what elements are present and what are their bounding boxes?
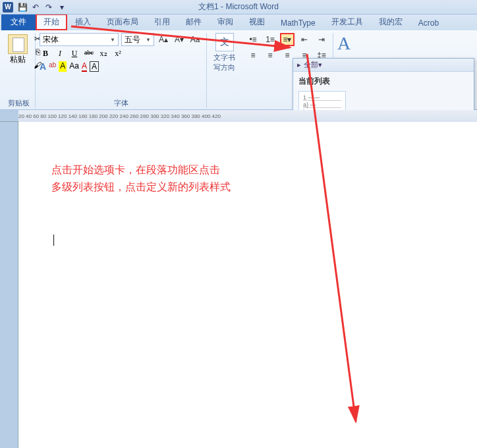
ruler-ticks: 20 40 60 80 100 120 140 160 180 200 220 … [18, 110, 477, 122]
group-textdir: 文 文字书 写方向 [207, 33, 242, 108]
tab-layout[interactable]: 页面布局 [99, 14, 146, 30]
tab-mail[interactable]: 邮件 [178, 14, 210, 30]
text-effect-button[interactable]: A [40, 61, 46, 72]
clipboard-label: 剪贴板 [7, 98, 31, 108]
ribbon-tabs: 文件 开始 插入 页面布局 引用 邮件 审阅 视图 MathType 开发工具 … [0, 14, 477, 30]
document-area: 点击开始选项卡，在段落功能区点击 多级列表按钮，点击定义新的列表样式 │ [0, 122, 477, 448]
quick-access-toolbar: 💾 ↶ ↷ ▾ [17, 2, 67, 13]
app-icon: W [3, 2, 13, 13]
underline-button[interactable]: U [69, 49, 80, 59]
superscript-button[interactable]: x² [112, 49, 124, 59]
clear-format-button[interactable]: Aa [188, 33, 202, 46]
expand-icon: ▸ [297, 61, 301, 69]
italic-button[interactable]: I [54, 49, 66, 59]
grow-font-button[interactable]: A▴ [157, 33, 170, 46]
tab-home[interactable]: 开始 [36, 14, 67, 30]
vertical-ruler[interactable] [0, 122, 18, 448]
bullets-button[interactable]: •≡ [246, 33, 260, 46]
dropdown-header[interactable]: ▸ 全部▾ [293, 59, 474, 72]
chevron-down-icon: ▼ [110, 37, 115, 43]
tab-developer[interactable]: 开发工具 [323, 14, 371, 30]
tab-insert[interactable]: 插入 [67, 14, 99, 30]
title-bar: W 💾 ↶ ↷ ▾ 文档1 - Microsoft Word [0, 0, 477, 14]
paste-label: 粘贴 [10, 54, 26, 65]
font-label: 字体 [40, 98, 202, 108]
tab-review[interactable]: 审阅 [210, 14, 241, 30]
strike-button[interactable]: abc [83, 49, 95, 59]
change-styles-button[interactable]: A [337, 33, 355, 54]
change-case-button[interactable]: Aa [69, 61, 79, 72]
align-left-button[interactable]: ≡ [246, 49, 260, 62]
undo-button[interactable]: ↶ [30, 2, 41, 13]
paste-icon [8, 34, 28, 54]
text-direction-button[interactable]: 文 文字书 写方向 [211, 33, 238, 72]
group-clipboard: 粘贴 ✂ ⎘ 🖌 剪贴板 [3, 33, 36, 108]
qat-more-icon[interactable]: ▾ [57, 2, 67, 13]
tab-references[interactable]: 引用 [146, 14, 178, 30]
section-current-list: 当前列表 [293, 72, 474, 88]
redo-button[interactable]: ↷ [43, 2, 54, 13]
chevron-down-icon: ▼ [146, 37, 151, 43]
text-direction-icon: 文 [215, 33, 234, 51]
group-font: 宋体▼ 五号▼ A▴ A▾ Aa B I U abc x₂ x² A ab A … [36, 33, 207, 108]
horizontal-ruler[interactable]: 20 40 60 80 100 120 140 160 180 200 220 … [0, 110, 477, 122]
font-size-select[interactable]: 五号▼ [121, 33, 154, 46]
increase-indent-button[interactable]: ⇥ [314, 33, 329, 46]
save-button[interactable]: 💾 [17, 2, 28, 13]
phonetic-button[interactable]: ab [49, 61, 56, 72]
window-title: 文档1 - Microsoft Word [198, 1, 279, 13]
annotation-text: 点击开始选项卡，在段落功能区点击 多级列表按钮，点击定义新的列表样式 [51, 161, 444, 195]
multilevel-list-button[interactable]: ≡▾ [280, 33, 295, 46]
subscript-button[interactable]: x₂ [98, 49, 109, 59]
text-cursor: │ [51, 235, 444, 245]
numbering-button[interactable]: 1≡ [263, 33, 277, 46]
char-border-button[interactable]: A [90, 61, 99, 72]
align-center-button[interactable]: ≡ [263, 49, 277, 62]
tab-macro[interactable]: 我的宏 [371, 14, 410, 30]
font-name-select[interactable]: 宋体▼ [40, 33, 119, 46]
tab-file[interactable]: 文件 [1, 14, 36, 30]
shrink-font-button[interactable]: A▾ [173, 33, 186, 46]
tab-mathtype[interactable]: MathType [273, 16, 323, 30]
tab-view[interactable]: 视图 [241, 14, 273, 30]
tab-acrobat[interactable]: Acrob [410, 16, 447, 30]
font-color-button[interactable]: A [82, 61, 87, 72]
decrease-indent-button[interactable]: ⇤ [297, 33, 312, 46]
highlight-button[interactable]: A [59, 61, 67, 72]
paste-button[interactable]: 粘贴 [7, 33, 29, 71]
document-page[interactable]: 点击开始选项卡，在段落功能区点击 多级列表按钮，点击定义新的列表样式 │ [18, 122, 477, 448]
bold-button[interactable]: B [40, 49, 51, 59]
